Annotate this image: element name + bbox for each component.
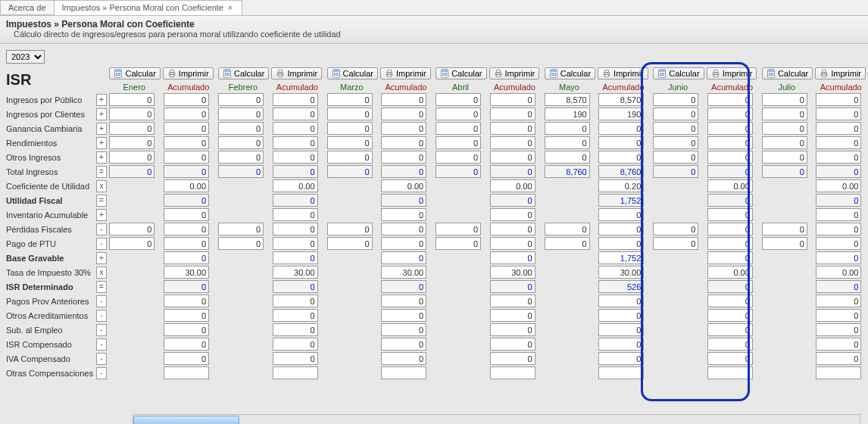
acum-field[interactable] — [816, 323, 861, 336]
acum-field[interactable] — [598, 295, 644, 307]
month-field[interactable] — [109, 151, 155, 164]
acum-field[interactable] — [164, 352, 209, 365]
acum-field[interactable] — [598, 179, 644, 192]
acum-field[interactable] — [707, 151, 753, 164]
month-field[interactable] — [653, 237, 698, 250]
month-field[interactable] — [653, 93, 698, 106]
acum-field[interactable] — [816, 309, 861, 322]
month-field[interactable] — [218, 165, 264, 178]
acum-field[interactable] — [490, 151, 535, 164]
acum-field[interactable] — [707, 179, 753, 192]
acum-field[interactable] — [707, 194, 753, 207]
acum-field[interactable] — [490, 338, 535, 351]
month-field[interactable] — [762, 136, 807, 149]
acum-field[interactable] — [707, 136, 753, 149]
month-field[interactable] — [653, 122, 698, 135]
acum-field[interactable] — [707, 108, 753, 120]
acum-field[interactable] — [707, 352, 753, 365]
acum-field[interactable] — [490, 323, 535, 336]
acum-field[interactable] — [816, 366, 861, 379]
month-field[interactable] — [327, 151, 373, 164]
acum-field[interactable] — [381, 208, 426, 221]
acum-field[interactable] — [707, 295, 753, 307]
month-field[interactable] — [327, 237, 373, 250]
acum-field[interactable] — [381, 323, 426, 336]
month-field[interactable] — [436, 165, 481, 178]
acum-field[interactable] — [273, 366, 318, 379]
acum-field[interactable] — [164, 251, 209, 264]
month-field[interactable] — [218, 136, 264, 149]
acum-field[interactable] — [707, 165, 753, 178]
acum-field[interactable] — [598, 237, 644, 250]
month-field[interactable] — [327, 108, 373, 120]
acum-field[interactable] — [490, 309, 535, 322]
tab-about[interactable]: Acerca de — [0, 0, 55, 15]
acum-field[interactable] — [381, 165, 426, 178]
calc-button[interactable]: Calcular — [436, 67, 486, 80]
acum-field[interactable] — [273, 165, 318, 178]
acum-field[interactable] — [164, 295, 209, 307]
horizontal-scrollbar[interactable] — [133, 414, 860, 424]
print-button[interactable]: Imprimir — [815, 67, 866, 80]
acum-field[interactable] — [273, 208, 318, 221]
acum-field[interactable] — [816, 108, 861, 120]
month-field[interactable] — [109, 165, 155, 178]
month-field[interactable] — [545, 151, 590, 164]
month-field[interactable] — [545, 122, 590, 135]
acum-field[interactable] — [164, 208, 209, 221]
month-field[interactable] — [327, 223, 373, 235]
month-field[interactable] — [653, 108, 698, 120]
acum-field[interactable] — [164, 93, 209, 106]
year-select[interactable]: 2023 — [6, 50, 45, 64]
acum-field[interactable] — [381, 237, 426, 250]
month-field[interactable] — [327, 136, 373, 149]
acum-field[interactable] — [598, 208, 644, 221]
month-field[interactable] — [109, 93, 155, 106]
acum-field[interactable] — [816, 165, 861, 178]
acum-field[interactable] — [707, 266, 753, 279]
close-icon[interactable]: × — [226, 4, 234, 12]
acum-field[interactable] — [598, 266, 644, 279]
acum-field[interactable] — [381, 223, 426, 235]
acum-field[interactable] — [164, 237, 209, 250]
acum-field[interactable] — [598, 151, 644, 164]
acum-field[interactable] — [273, 194, 318, 207]
acum-field[interactable] — [598, 194, 644, 207]
acum-field[interactable] — [273, 136, 318, 149]
acum-field[interactable] — [490, 280, 535, 293]
calc-button[interactable]: Calcular — [653, 67, 704, 80]
acum-field[interactable] — [381, 366, 426, 379]
print-button[interactable]: Imprimir — [163, 67, 214, 80]
acum-field[interactable] — [816, 93, 861, 106]
acum-field[interactable] — [164, 165, 209, 178]
calc-button[interactable]: Calcular — [545, 67, 595, 80]
month-field[interactable] — [327, 122, 373, 135]
acum-field[interactable] — [381, 251, 426, 264]
acum-field[interactable] — [598, 108, 644, 120]
acum-field[interactable] — [598, 93, 644, 106]
acum-field[interactable] — [273, 280, 318, 293]
month-field[interactable] — [109, 223, 155, 235]
acum-field[interactable] — [164, 179, 209, 192]
acum-field[interactable] — [273, 295, 318, 307]
acum-field[interactable] — [273, 122, 318, 135]
month-field[interactable] — [109, 237, 155, 250]
acum-field[interactable] — [381, 266, 426, 279]
acum-field[interactable] — [381, 108, 426, 120]
month-field[interactable] — [436, 136, 481, 149]
print-button[interactable]: Imprimir — [380, 67, 431, 80]
acum-field[interactable] — [490, 295, 535, 307]
acum-field[interactable] — [164, 280, 209, 293]
acum-field[interactable] — [381, 179, 426, 192]
month-field[interactable] — [545, 93, 590, 106]
month-field[interactable] — [762, 151, 807, 164]
acum-field[interactable] — [381, 194, 426, 207]
acum-field[interactable] — [164, 136, 209, 149]
month-field[interactable] — [436, 237, 481, 250]
acum-field[interactable] — [816, 223, 861, 235]
acum-field[interactable] — [273, 352, 318, 365]
month-field[interactable] — [218, 223, 264, 235]
acum-field[interactable] — [381, 352, 426, 365]
acum-field[interactable] — [381, 122, 426, 135]
month-field[interactable] — [545, 223, 590, 235]
